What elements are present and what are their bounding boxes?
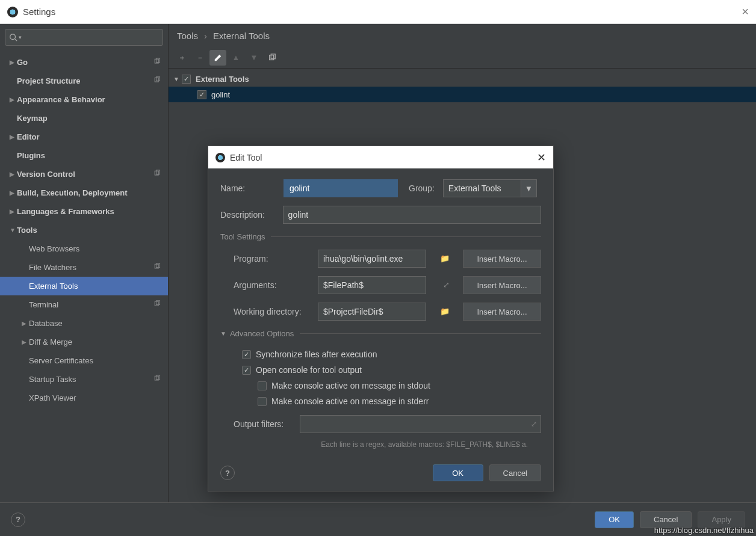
- search-icon: [9, 33, 17, 42]
- stderr-checkbox[interactable]: [258, 397, 267, 406]
- sidebar-item-label: Plugins: [17, 151, 45, 160]
- copy-button[interactable]: [264, 50, 280, 66]
- ok-button[interactable]: OK: [595, 511, 634, 528]
- tree-item-row[interactable]: golint: [169, 87, 756, 102]
- arrow-icon: ▶: [10, 96, 17, 103]
- sidebar-item-file-watchers[interactable]: File Watchers: [0, 258, 168, 277]
- sidebar-item-languages-frameworks[interactable]: ▶Languages & Frameworks: [0, 202, 168, 221]
- output-filters-label: Output filters:: [234, 419, 300, 429]
- stdout-label: Make console active on message in stdout: [271, 381, 430, 390]
- console-checkbox[interactable]: [242, 366, 251, 375]
- output-filters-input[interactable]: ⤢: [300, 415, 541, 433]
- sidebar-item-label: External Tools: [29, 282, 78, 291]
- sidebar-item-xpath-viewer[interactable]: XPath Viewer: [0, 389, 168, 407]
- sidebar-item-server-certificates[interactable]: Server Certificates: [0, 351, 168, 370]
- sidebar-item-startup-tasks[interactable]: Startup Tasks: [0, 370, 168, 389]
- sidebar-item-label: Keymap: [17, 114, 48, 123]
- expand-icon[interactable]: ⤢: [531, 420, 537, 428]
- sidebar-item-plugins[interactable]: Plugins: [0, 146, 168, 165]
- breadcrumb-root[interactable]: Tools: [177, 31, 198, 41]
- sidebar-item-go[interactable]: ▶Go: [0, 53, 168, 72]
- titlebar: Settings ×: [0, 0, 756, 24]
- help-button[interactable]: ?: [220, 466, 235, 480]
- group-combo[interactable]: ▼: [443, 179, 537, 197]
- chevron-right-icon: ›: [204, 31, 207, 41]
- sidebar-item-label: Database: [29, 319, 63, 328]
- breadcrumb-leaf: External Tools: [213, 31, 270, 41]
- sidebar-item-label: Languages & Frameworks: [17, 207, 114, 216]
- ok-button[interactable]: OK: [433, 464, 483, 481]
- sidebar-item-version-control[interactable]: ▶Version Control: [0, 165, 168, 183]
- copy-icon: [153, 58, 161, 67]
- item-checkbox[interactable]: [197, 90, 206, 99]
- group-label: External Tools: [196, 75, 249, 84]
- sidebar-item-project-structure[interactable]: Project Structure: [0, 72, 168, 90]
- folder-icon[interactable]: 📁: [440, 307, 450, 316]
- remove-button[interactable]: －: [191, 50, 208, 66]
- move-down-button: ▼: [246, 50, 262, 66]
- sidebar-item-keymap[interactable]: Keymap: [0, 109, 168, 128]
- chevron-down-icon[interactable]: ▼: [521, 179, 537, 197]
- sidebar-item-label: Startup Tasks: [29, 375, 76, 384]
- close-icon[interactable]: ✕: [537, 151, 546, 164]
- sidebar-item-web-browsers[interactable]: Web Browsers: [0, 239, 168, 258]
- copy-icon: [153, 300, 161, 309]
- group-checkbox[interactable]: [182, 75, 191, 84]
- expand-icon: ▼: [173, 76, 182, 82]
- app-icon: [7, 7, 18, 17]
- edit-button[interactable]: [209, 50, 226, 66]
- sidebar-item-appearance-behavior[interactable]: ▶Appearance & Behavior: [0, 90, 168, 109]
- add-button[interactable]: ＋: [173, 50, 190, 66]
- insert-macro-arguments[interactable]: Insert Macro...: [463, 276, 541, 294]
- insert-macro-program[interactable]: Insert Macro...: [463, 250, 541, 268]
- search-input[interactable]: ▾: [5, 29, 163, 46]
- sidebar-item-tools[interactable]: ▼Tools: [0, 221, 168, 239]
- arrow-icon: ▶: [10, 134, 17, 140]
- folder-icon[interactable]: 📁: [440, 254, 450, 263]
- tools-tree: ▼ External Tools golint: [169, 69, 756, 105]
- description-input[interactable]: [283, 206, 541, 224]
- help-button[interactable]: ?: [11, 513, 25, 527]
- breadcrumb: Tools › External Tools: [169, 24, 756, 47]
- program-label: Program:: [234, 254, 318, 263]
- sidebar-item-diff-merge[interactable]: ▶Diff & Merge: [0, 333, 168, 351]
- window-title: Settings: [23, 7, 55, 17]
- expand-icon[interactable]: ⤢: [443, 280, 450, 289]
- sidebar-item-label: Tools: [17, 226, 37, 235]
- sidebar-item-build-execution-deployment[interactable]: ▶Build, Execution, Deployment: [0, 183, 168, 202]
- workdir-input[interactable]: [318, 303, 426, 321]
- settings-tree: ▶GoProject Structure▶Appearance & Behavi…: [0, 51, 168, 407]
- insert-macro-workdir[interactable]: Insert Macro...: [463, 303, 541, 321]
- sidebar-item-label: XPath Viewer: [29, 393, 76, 402]
- search-dropdown-icon: ▾: [19, 34, 22, 40]
- stdout-checkbox[interactable]: [258, 381, 267, 390]
- item-label: golint: [211, 90, 230, 99]
- arguments-input[interactable]: [318, 276, 426, 294]
- sync-checkbox[interactable]: [242, 350, 251, 359]
- arrow-icon: ▶: [10, 171, 17, 177]
- sidebar-item-terminal[interactable]: Terminal: [0, 295, 168, 314]
- name-label: Name:: [220, 183, 284, 193]
- sidebar-item-label: Terminal: [29, 300, 58, 309]
- arrow-icon: ▶: [22, 339, 29, 345]
- dialog-buttons: ? OK Cancel Apply: [0, 502, 756, 536]
- dialog-title: Edit Tool: [230, 153, 262, 162]
- close-icon[interactable]: ×: [742, 5, 749, 19]
- program-input[interactable]: [318, 250, 426, 268]
- sidebar-item-label: Build, Execution, Deployment: [17, 188, 127, 197]
- cancel-button[interactable]: Cancel: [489, 464, 541, 481]
- edit-tool-dialog: Edit Tool ✕ Name: Group: ▼ Description: …: [208, 146, 554, 491]
- copy-icon: [153, 76, 161, 85]
- dialog-header: Edit Tool ✕: [208, 146, 553, 168]
- name-input[interactable]: [284, 179, 398, 197]
- sidebar-item-database[interactable]: ▶Database: [0, 314, 168, 333]
- tree-group-row[interactable]: ▼ External Tools: [169, 71, 756, 87]
- tool-settings-header: Tool Settings: [220, 232, 541, 241]
- svg-point-0: [10, 34, 16, 40]
- advanced-options-header[interactable]: ▼ Advanced Options: [220, 329, 541, 338]
- workdir-label: Working directory:: [234, 307, 318, 316]
- arrow-icon: ▶: [10, 208, 17, 215]
- sidebar-item-editor[interactable]: ▶Editor: [0, 128, 168, 146]
- group-input[interactable]: [443, 179, 521, 197]
- sidebar-item-external-tools[interactable]: External Tools: [0, 277, 168, 295]
